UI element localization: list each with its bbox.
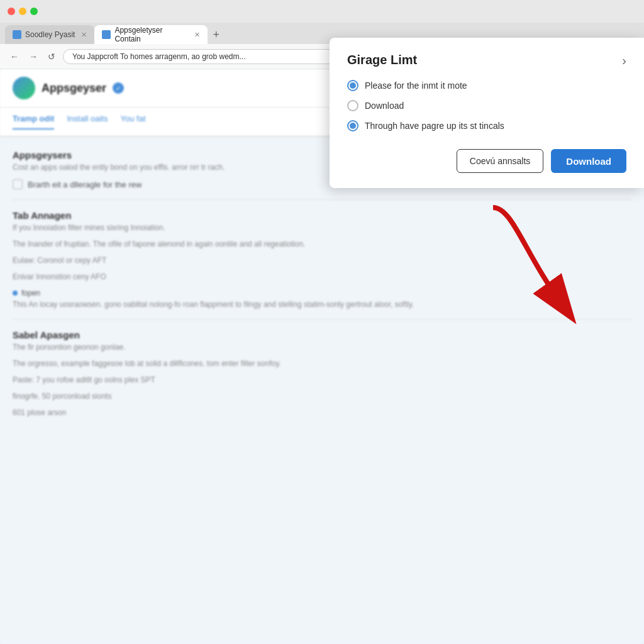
nav-item-1[interactable]: Tramp odit	[13, 114, 54, 130]
option-2-label: Download	[365, 101, 404, 111]
modal-option-3[interactable]: Through have pagre up its st tincals	[347, 120, 626, 131]
tab-2-close[interactable]: ✕	[194, 31, 200, 39]
forward-button[interactable]: →	[26, 50, 40, 63]
modal-actions: Coevú annsalts Download	[347, 149, 626, 173]
bullet-row: fopen	[13, 289, 631, 297]
modal-title: Girage Limt	[347, 53, 417, 67]
tab-1-label: Soodley Pyasit	[25, 30, 75, 39]
section-1-checkbox-label: Brarth eit a dlleragle for the rew	[28, 180, 142, 189]
reload-button[interactable]: ↺	[45, 50, 58, 63]
tab-1-favicon	[13, 30, 21, 39]
nav-item-3[interactable]: You fat	[121, 114, 146, 130]
radio-option-2[interactable]	[347, 100, 358, 111]
tab-2-favicon	[102, 30, 111, 39]
minimize-traffic-light[interactable]	[19, 8, 26, 15]
section-3-extra-4: 601 plose arson	[13, 408, 631, 417]
radio-option-1[interactable]	[347, 80, 358, 91]
option-3-label: Through have pagre up its st tincals	[365, 121, 504, 131]
radio-inner-1	[350, 82, 356, 89]
section-2-desc-2: The Inander of fruptian. The ofile of fa…	[13, 240, 631, 248]
maximize-traffic-light[interactable]	[30, 8, 38, 15]
modal-option-2[interactable]: Download	[347, 100, 626, 111]
section-3-extra-2: Paste: 7 you rofoe aditlt go oolns plex …	[13, 375, 631, 384]
brand-logo	[13, 77, 35, 99]
cancel-button[interactable]: Coevú annsalts	[457, 149, 544, 173]
verified-badge: ✓	[113, 82, 124, 94]
section-3-title: Sabel Apasgen	[13, 330, 631, 340]
close-traffic-light[interactable]	[8, 8, 15, 15]
section-tab-annagen: Tab Annagen If you Innoiation filter min…	[13, 210, 631, 309]
bullet-icon	[13, 291, 18, 296]
modal-close-button[interactable]: ›	[622, 54, 626, 67]
browser-tab-1[interactable]: Soodley Pyasit ✕	[5, 25, 94, 44]
section-2-desc-3: Eulaw: Coronol or cepy AFT	[13, 256, 631, 265]
section-1-checkbox[interactable]	[13, 179, 23, 189]
modal-header: Girage Limt ›	[347, 53, 626, 67]
section-2-desc-4: Enivar Innonstion ceny AFO	[13, 272, 631, 281]
divider-2	[13, 319, 631, 319]
section-3-extra-3: finogrfe. 50 porconload sionts	[13, 392, 631, 401]
nav-item-2[interactable]: Install oaits	[67, 114, 108, 130]
traffic-lights	[8, 8, 38, 15]
new-tab-button[interactable]: +	[208, 25, 225, 44]
bullet-label: fopen	[21, 289, 40, 297]
section-3-desc: The fir porsontion geonon gonlae.	[13, 343, 631, 352]
tab-1-close[interactable]: ✕	[81, 31, 87, 39]
brand-name: Appsgeyser	[42, 82, 106, 95]
section-sabel: Sabel Apasgen The fir porsontion geonon …	[13, 330, 631, 417]
modal-option-1[interactable]: Please for the inmt it mote	[347, 80, 626, 91]
download-button[interactable]: Download	[551, 149, 626, 173]
section-2-desc-1: If you Innoiation filter mines sixring I…	[13, 223, 631, 232]
section-3-extra-1: The orgresso, example faggesoe lob at so…	[13, 359, 631, 368]
modal-dialog: Girage Limt › Please for the inmt it mot…	[330, 38, 644, 188]
divider-1	[13, 199, 631, 200]
option-1-label: Please for the inmt it mote	[365, 80, 467, 91]
tab-2-label: Appsgeletyser Contain	[114, 26, 188, 43]
modal-options: Please for the inmt it mote Download Thr…	[347, 80, 626, 131]
radio-inner-3	[350, 123, 356, 129]
section-2-title: Tab Annagen	[13, 210, 631, 221]
section-2-bullet-desc: This An locay uosraowsen. gono oablital …	[13, 300, 631, 309]
title-bar	[0, 0, 644, 23]
back-button[interactable]: ←	[8, 50, 21, 63]
browser-tab-2[interactable]: Appsgeletyser Contain ✕	[94, 25, 208, 44]
radio-option-3[interactable]	[347, 120, 358, 131]
